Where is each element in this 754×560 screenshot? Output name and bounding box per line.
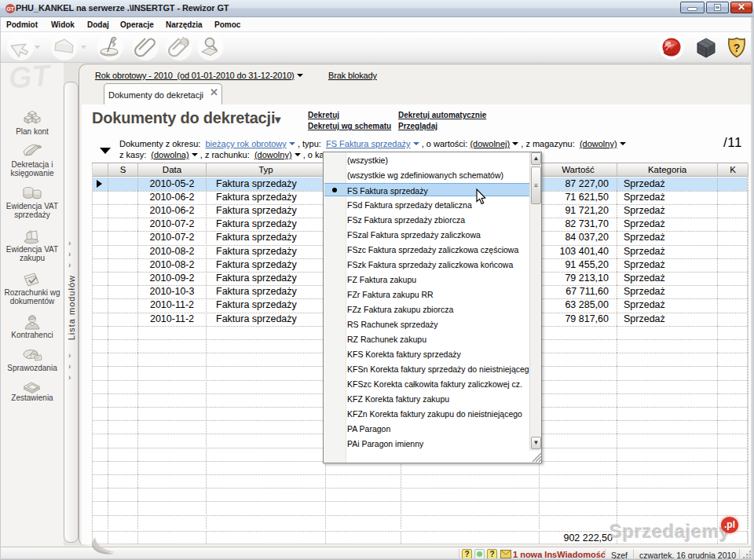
svg-text:?: ? <box>734 42 741 54</box>
svg-text:GT: GT <box>6 6 14 12</box>
